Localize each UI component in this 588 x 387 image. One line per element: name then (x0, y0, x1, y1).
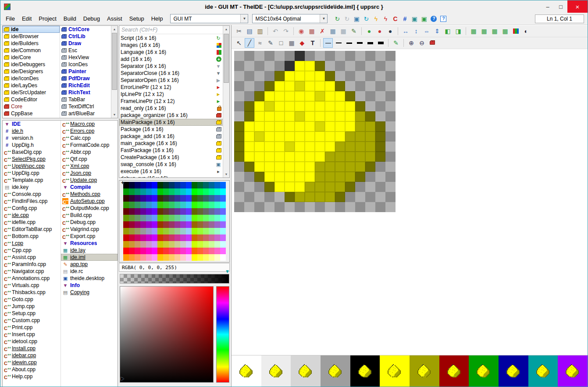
file-item[interactable]: ▤ide.rc (61, 268, 118, 275)
palette-swatch[interactable] (163, 254, 169, 261)
palette-swatch[interactable] (220, 188, 226, 195)
palette-swatch[interactable] (209, 215, 214, 221)
palette-swatch[interactable] (203, 254, 209, 261)
palette-swatch[interactable] (197, 202, 203, 208)
palette-swatch[interactable] (209, 188, 214, 195)
palette-swatch[interactable] (203, 234, 209, 241)
build-lightning-icon[interactable]: ϟ (371, 14, 381, 24)
hotspot-tool[interactable]: ◆ (297, 38, 307, 48)
palette-swatch[interactable] (157, 234, 163, 241)
palette-swatch[interactable] (180, 208, 186, 215)
image-list-item[interactable]: IpLinePtr (12 x 12)► (119, 91, 229, 98)
file-item[interactable]: CMacro.cpp (61, 121, 118, 128)
redo-icon[interactable]: ↷ (281, 26, 291, 36)
file-item[interactable]: CAnnotations.cpp (3, 275, 61, 282)
palette-swatch[interactable] (129, 234, 135, 241)
rgb-channels-icon[interactable] (511, 26, 520, 36)
package-item[interactable]: ide/Designers (3, 68, 60, 75)
palette-swatch[interactable] (192, 254, 197, 261)
palette-swatch[interactable] (163, 241, 169, 248)
palette-swatch[interactable] (152, 254, 157, 261)
image-list-scrollbar[interactable]: ▲ ▼ (223, 26, 229, 178)
palette-swatch[interactable] (186, 188, 192, 195)
menu-build[interactable]: Build (60, 14, 80, 24)
preview-tile[interactable] (380, 355, 410, 387)
palette-swatch[interactable] (169, 228, 175, 234)
palette-swatch[interactable] (186, 215, 192, 221)
file-item[interactable]: COutputMode.cpp (61, 205, 118, 212)
palette-swatch[interactable] (180, 228, 186, 234)
palette-swatch[interactable] (180, 248, 186, 254)
image-op-1-icon[interactable]: ▦ (469, 26, 478, 36)
file-item[interactable]: ▤Copying (61, 289, 118, 296)
width-4-button[interactable] (365, 38, 375, 48)
palette-swatch[interactable] (163, 182, 169, 188)
file-item[interactable]: CParamInfo.cpp (3, 261, 61, 268)
package-item[interactable]: art/BlueBar (60, 110, 118, 117)
package-item[interactable]: TabBar (60, 96, 118, 103)
palette-swatch[interactable] (180, 254, 186, 261)
palette-swatch[interactable] (146, 188, 152, 195)
palette-swatch[interactable] (152, 195, 157, 202)
alpha-slider[interactable]: ▼ (120, 274, 229, 284)
palette-swatch[interactable] (129, 188, 135, 195)
palette-swatch[interactable] (197, 254, 203, 261)
package-item[interactable]: ide/SrcUpdater (3, 89, 60, 96)
file-item[interactable]: CQtf.cpp (61, 156, 118, 163)
palette-swatch[interactable] (146, 254, 152, 261)
palette-swatch[interactable] (129, 228, 135, 234)
image-op-4-icon[interactable]: ▦ (500, 26, 510, 36)
package-item[interactable]: RichText (60, 89, 118, 96)
chevron-down-icon[interactable]: ▼ (240, 14, 248, 23)
file-item[interactable]: ▦ide.iml (61, 254, 118, 261)
palette-swatch[interactable] (203, 228, 209, 234)
palette-swatch[interactable] (169, 182, 175, 188)
palette-swatch[interactable] (186, 228, 192, 234)
palette-swatch[interactable] (220, 202, 226, 208)
palette-swatch[interactable] (135, 208, 140, 215)
file-item[interactable]: Ct.cpp (3, 240, 61, 247)
palette-swatch[interactable] (186, 248, 192, 254)
copy-icon[interactable]: ▤ (245, 26, 254, 36)
palette-swatch[interactable] (129, 208, 135, 215)
palette-swatch[interactable] (140, 188, 146, 195)
palette-swatch[interactable] (169, 241, 175, 248)
file-item[interactable]: CBottom.cpp (3, 233, 61, 240)
file-item[interactable]: CInstall.cpp (3, 345, 61, 352)
image-list-item[interactable]: Script (16 x 16)↻ (119, 35, 229, 42)
image-list-item[interactable]: debug_run (16 x 16)▸ (119, 175, 229, 178)
palette-swatch[interactable] (129, 182, 135, 188)
preview-tile[interactable] (350, 355, 380, 387)
file-item[interactable]: CConfig.cpp (3, 205, 61, 212)
zoom-out-button[interactable]: ⊖ (417, 38, 427, 48)
palette-swatch[interactable] (203, 182, 209, 188)
alpha-marker-icon[interactable]: ▼ (225, 269, 230, 274)
palette-swatch[interactable] (220, 221, 226, 228)
palette-swatch[interactable] (180, 188, 186, 195)
rect-select-tool[interactable]: □ (276, 38, 286, 48)
package-item[interactable]: Draw (60, 40, 118, 47)
palette-swatch[interactable] (209, 195, 214, 202)
palette-swatch[interactable] (157, 208, 163, 215)
image-list-item[interactable]: main_package (16 x 16) (119, 140, 229, 147)
palette-swatch[interactable] (129, 241, 135, 248)
palette-swatch[interactable] (146, 228, 152, 234)
file-item[interactable]: CAbout.cpp (3, 366, 61, 373)
palette-swatch[interactable] (197, 195, 203, 202)
palette-swatch[interactable] (180, 202, 186, 208)
transform-tool[interactable]: ▦ (287, 38, 296, 48)
palette-swatch[interactable] (123, 241, 129, 248)
palette-swatch[interactable] (186, 202, 192, 208)
palette-swatch[interactable] (123, 208, 129, 215)
file-item[interactable]: CInsert.cpp (3, 331, 61, 338)
palette-swatch[interactable] (192, 182, 197, 188)
file-item[interactable]: #ide.h (3, 128, 61, 135)
palette-swatch[interactable] (163, 195, 169, 202)
palette-swatch[interactable] (209, 202, 214, 208)
mirror-horizontal-icon[interactable]: ⇔ (422, 26, 431, 36)
palette-swatch[interactable] (163, 215, 169, 221)
palette-swatch[interactable] (220, 182, 226, 188)
palette-swatch[interactable] (197, 228, 203, 234)
palette-swatch[interactable] (152, 221, 157, 228)
palette-swatch[interactable] (146, 241, 152, 248)
